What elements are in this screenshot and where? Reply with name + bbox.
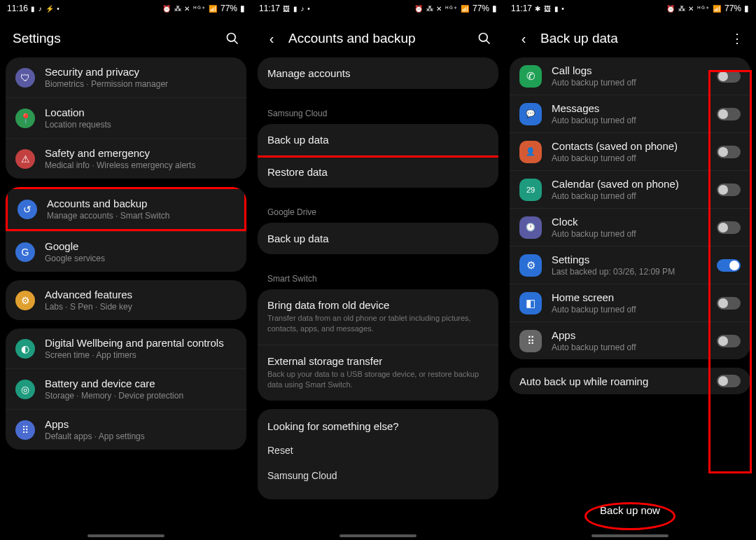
row-title: Safety and emergency xyxy=(45,147,237,159)
external-storage-row[interactable]: External storage transfer Back up your d… xyxy=(258,345,498,401)
back-up-data-row[interactable]: Back up data xyxy=(258,124,498,158)
bring-data-sub: Transfer data from an old phone or table… xyxy=(267,313,489,335)
row-title: Location xyxy=(45,106,237,118)
settings-row[interactable]: ⚙ Advanced features Labs · S Pen · Side … xyxy=(6,280,246,320)
svg-line-3 xyxy=(486,41,490,44)
backup-item-row[interactable]: ✆ Call logs Auto backup turned off xyxy=(510,57,750,95)
row-icon: 💬 xyxy=(519,103,542,125)
back-button[interactable]: ‹ xyxy=(265,32,279,46)
header: ‹ Back up data ⋮ xyxy=(504,17,756,57)
screen-settings: 11:16 ▮ ♪ ⚡ • ⏰ ⁂ ✕ ᴴᴳ⁺ 📶 77% ▮ Settings… xyxy=(0,0,252,540)
item-toggle[interactable] xyxy=(717,297,741,310)
backup-now-button[interactable]: Back up now xyxy=(586,497,674,523)
samsung-cloud-link[interactable]: Samsung Cloud xyxy=(267,463,489,488)
row-title: Messages xyxy=(552,102,717,114)
restore-data-row[interactable]: Restore data xyxy=(258,155,498,188)
row-title: Apps xyxy=(45,418,237,430)
bring-data-row[interactable]: Bring data from old device Transfer data… xyxy=(258,289,498,345)
status-left-icons: ▮ ♪ ⚡ • xyxy=(31,5,60,13)
settings-row[interactable]: ◎ Battery and device care Storage · Memo… xyxy=(6,368,246,409)
item-toggle[interactable] xyxy=(717,184,741,196)
item-toggle[interactable] xyxy=(717,70,741,83)
settings-group-advanced: ⚙ Advanced features Labs · S Pen · Side … xyxy=(6,280,246,320)
status-bar: 11:17 ✱ 🖼 ▮ • ⏰ ⁂ ✕ ᴴᴳ⁺ 📶 77% ▮ xyxy=(504,0,756,17)
row-sub: Labs · S Pen · Side key xyxy=(45,302,237,312)
section-google-drive: Google Drive xyxy=(258,196,498,223)
row-icon: 📍 xyxy=(15,109,35,128)
item-toggle[interactable] xyxy=(717,335,741,347)
battery-icon: ▮ xyxy=(492,4,497,13)
status-left-icons: 🖼 ▮ ♪ • xyxy=(283,5,311,13)
row-icon: ◧ xyxy=(519,292,542,314)
reset-link[interactable]: Reset xyxy=(267,438,489,463)
backup-item-row[interactable]: 💬 Messages Auto backup turned off xyxy=(510,95,750,132)
status-right-icons: ⏰ ⁂ ✕ ᴴᴳ⁺ 📶 xyxy=(666,5,722,13)
backup-item-row[interactable]: 👤 Contacts (saved on phone) Auto backup … xyxy=(510,132,750,170)
row-icon: 👤 xyxy=(519,141,542,163)
status-right-icons: ⏰ ⁂ ✕ ᴴᴳ⁺ 📶 xyxy=(414,5,470,13)
search-icon[interactable] xyxy=(225,32,239,46)
search-icon[interactable] xyxy=(477,32,491,46)
looking-title: Looking for something else? xyxy=(267,420,489,432)
status-time: 11:17 xyxy=(511,4,532,13)
backup-item-row[interactable]: 29 Calendar (saved on phone) Auto backup… xyxy=(510,170,750,208)
screen-accounts-backup: 11:17 🖼 ▮ ♪ • ⏰ ⁂ ✕ ᴴᴳ⁺ 📶 77% ▮ ‹ Accoun… xyxy=(252,0,504,540)
battery-icon: ▮ xyxy=(744,4,749,13)
restore-data-label: Restore data xyxy=(267,166,489,178)
settings-row[interactable]: 📍 Location Location requests xyxy=(6,97,246,138)
row-title: Settings xyxy=(552,254,717,265)
row-title: Apps xyxy=(552,329,717,341)
row-icon: ◐ xyxy=(15,339,35,359)
row-icon: 🕐 xyxy=(519,216,542,239)
roaming-toggle[interactable] xyxy=(717,375,741,387)
manage-accounts-row[interactable]: Manage accounts xyxy=(258,57,498,89)
item-toggle[interactable] xyxy=(717,259,741,272)
row-sub: Auto backup turned off xyxy=(552,191,717,201)
section-smart-switch: Smart Switch xyxy=(258,263,498,289)
settings-row[interactable]: ⠿ Apps Default apps · App settings xyxy=(6,409,246,450)
roaming-label: Auto back up while roaming xyxy=(519,375,717,387)
backup-item-row[interactable]: ⠿ Apps Auto backup turned off xyxy=(510,321,750,359)
more-icon[interactable]: ⋮ xyxy=(731,31,743,46)
settings-row[interactable]: 🛡 Security and privacy Biometrics · Perm… xyxy=(6,57,246,97)
nav-indicator[interactable] xyxy=(88,534,164,537)
row-sub: Auto backup turned off xyxy=(552,305,717,314)
nav-indicator[interactable] xyxy=(340,534,416,537)
row-title: Contacts (saved on phone) xyxy=(552,140,717,152)
looking-card: Looking for something else? Reset Samsun… xyxy=(258,409,498,499)
google-backup-row[interactable]: Back up data xyxy=(258,223,498,254)
back-button[interactable]: ‹ xyxy=(517,32,531,46)
page-title: Settings xyxy=(13,31,61,46)
svg-point-0 xyxy=(227,34,236,42)
backup-item-row[interactable]: ⚙ Settings Last backed up: 03/26, 12:09 … xyxy=(510,246,750,284)
row-title: Security and privacy xyxy=(45,66,237,78)
settings-row[interactable]: ↺ Accounts and backup Manage accounts · … xyxy=(6,187,246,231)
row-sub: Auto backup turned off xyxy=(552,342,717,352)
settings-row[interactable]: G Google Google services xyxy=(6,231,246,272)
row-icon: 🛡 xyxy=(15,68,35,88)
settings-row[interactable]: ◐ Digital Wellbeing and parental control… xyxy=(6,328,246,368)
status-right-icons: ⏰ ⁂ ✕ ᴴᴳ⁺ 📶 xyxy=(162,5,218,13)
row-sub: Auto backup turned off xyxy=(552,116,717,125)
row-title: Accounts and backup xyxy=(47,198,234,209)
row-icon: ⚠ xyxy=(15,149,35,169)
item-toggle[interactable] xyxy=(717,108,741,120)
backup-item-row[interactable]: 🕐 Clock Auto backup turned off xyxy=(510,208,750,246)
settings-row[interactable]: ⚠ Safety and emergency Medical info · Wi… xyxy=(6,138,246,179)
backup-item-row[interactable]: ◧ Home screen Auto backup turned off xyxy=(510,284,750,321)
roaming-card: Auto back up while roaming xyxy=(510,368,750,394)
status-bar: 11:17 🖼 ▮ ♪ • ⏰ ⁂ ✕ ᴴᴳ⁺ 📶 77% ▮ xyxy=(252,0,504,17)
svg-line-1 xyxy=(234,41,238,44)
nav-indicator[interactable] xyxy=(592,534,668,537)
item-toggle[interactable] xyxy=(717,221,741,234)
row-sub: Auto backup turned off xyxy=(552,229,717,239)
row-title: Clock xyxy=(552,216,717,228)
page-title: Back up data xyxy=(540,31,618,46)
row-title: Call logs xyxy=(552,64,717,76)
row-icon: ⚙ xyxy=(15,291,35,310)
auto-backup-roaming-row[interactable]: Auto back up while roaming xyxy=(510,368,750,394)
svg-point-2 xyxy=(479,34,488,42)
item-toggle[interactable] xyxy=(717,146,741,158)
manage-accounts-label: Manage accounts xyxy=(267,67,489,79)
row-sub: Last backed up: 03/26, 12:09 PM xyxy=(552,267,717,277)
